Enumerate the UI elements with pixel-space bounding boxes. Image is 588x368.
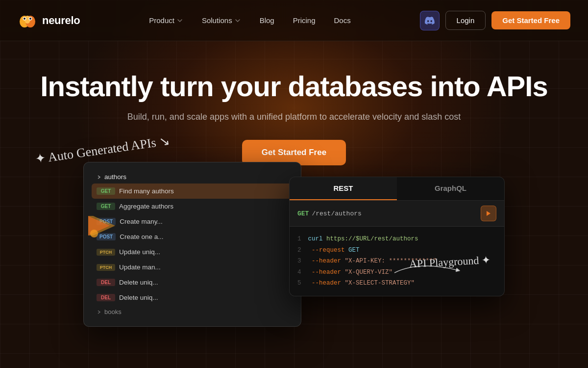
method-badge-get: GET — [97, 187, 115, 195]
code-line-5: 5 --header "X-SELECT-STRATEGY" — [297, 278, 496, 289]
nav-actions: Login Get Started Free — [420, 11, 570, 30]
api-explorer-panel: authors GET Find many authors GET Aggreg… — [83, 162, 301, 327]
code-line-3: 3 --header "X-API-KEY: ************" — [297, 256, 496, 267]
explorer-section-authors: authors — [92, 170, 293, 184]
nav-blog[interactable]: Blog — [252, 12, 282, 28]
hero-title: Instantly turn your databases into APIs — [0, 71, 588, 102]
demo-area: authors GET Find many authors GET Aggreg… — [83, 162, 505, 368]
navbar: neurelo Product Solutions Blog Pricing D… — [0, 0, 588, 41]
explorer-row-delete-2[interactable]: DEL Delete uniq... — [92, 290, 293, 305]
nav-links: Product Solutions Blog Pricing Docs — [141, 12, 359, 28]
nav-docs[interactable]: Docs — [326, 12, 359, 28]
nav-product[interactable]: Product — [141, 12, 191, 28]
explorer-row-update-many[interactable]: PTCH Update man... — [92, 260, 293, 275]
logo-icon — [18, 11, 37, 30]
hero-cta-button[interactable]: Get Started Free — [242, 140, 346, 165]
chevron-down-icon — [176, 17, 183, 24]
method-badge-del: DEL — [97, 279, 115, 286]
nav-solutions[interactable]: Solutions — [194, 12, 249, 28]
login-button[interactable]: Login — [445, 11, 486, 30]
code-panel: REST GraphQL GET/rest/authors 1curl http… — [289, 177, 505, 296]
discord-button[interactable] — [420, 11, 440, 30]
method-badge-get: GET — [97, 203, 115, 210]
method-badge-post: POST — [97, 218, 116, 225]
explorer-row-find-many[interactable]: GET Find many authors — [92, 184, 293, 199]
nav-pricing[interactable]: Pricing — [285, 12, 323, 28]
logo-link[interactable]: neurelo — [18, 11, 80, 30]
tab-rest[interactable]: REST — [290, 177, 397, 200]
code-line-2: 2 --request GET — [297, 245, 496, 256]
url-text: GET/rest/authors — [297, 210, 362, 217]
tab-graphql[interactable]: GraphQL — [397, 177, 504, 200]
logo-text: neurelo — [42, 14, 80, 27]
explorer-section-books: books — [92, 305, 293, 318]
hero-subtitle: Build, run, and scale apps with a unifie… — [0, 112, 588, 122]
chevron-right-icon — [97, 310, 101, 315]
method-badge-del: DEL — [97, 294, 115, 301]
code-line-1: 1curl https://$URL/rest/authors — [297, 234, 496, 245]
play-icon — [486, 210, 491, 216]
url-bar: GET/rest/authors — [290, 201, 504, 227]
method-badge-post: POST — [97, 233, 116, 240]
explorer-row-aggregate[interactable]: GET Aggregate authors — [92, 199, 293, 214]
chevron-right-icon — [97, 175, 101, 180]
explorer-row-update-unique[interactable]: PTCH Update uniq... — [92, 244, 293, 260]
discord-icon — [425, 17, 435, 25]
explorer-row-delete-1[interactable]: DEL Delete uniq... — [92, 275, 293, 290]
svg-point-6 — [29, 18, 31, 20]
explorer-row-create-one[interactable]: POST Create one a... — [92, 229, 293, 244]
chevron-down-icon — [234, 17, 241, 24]
svg-point-5 — [24, 18, 25, 20]
method-badge-patch: PTCH — [97, 249, 115, 256]
code-line-4: 4 --header "X-QUERY-VIZ" — [297, 267, 496, 278]
get-started-nav-button[interactable]: Get Started Free — [491, 11, 570, 29]
code-block: 1curl https://$URL/rest/authors 2 --requ… — [290, 227, 504, 296]
hero-section: Instantly turn your databases into APIs … — [0, 41, 588, 165]
method-badge-patch: PTCH — [97, 264, 115, 271]
panel-tabs: REST GraphQL — [290, 177, 504, 201]
run-button[interactable] — [481, 206, 496, 221]
explorer-row-create-many[interactable]: POST Create many... — [92, 214, 293, 229]
